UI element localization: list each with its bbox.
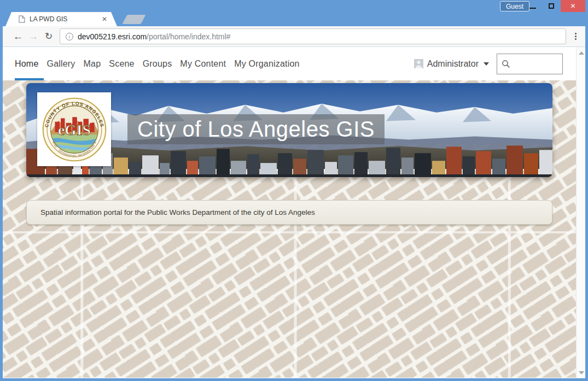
portal-page: Home Gallery Map Scene Groups My Content… [3, 47, 585, 378]
url-host: dev005219.esri.com [78, 32, 147, 41]
scroll-up-button[interactable] [577, 48, 585, 57]
user-menu[interactable]: Administrator [414, 59, 489, 69]
chevron-down-icon [484, 62, 489, 66]
nav-item-groups[interactable]: Groups [143, 59, 172, 69]
close-tab-icon[interactable]: ✕ [102, 16, 107, 22]
minimize-icon [529, 8, 536, 9]
site-info-icon[interactable]: i [66, 33, 73, 40]
nav-item-home[interactable]: Home [15, 59, 38, 69]
minimize-button[interactable] [523, 0, 542, 12]
browser-window: LA PWD GIS ✕ Guest ✕ ← → ↻ i dev005219.e… [0, 0, 588, 381]
banner: eGIS COUNTY OF LOS ANGELES ENTERPRISE · … [26, 83, 552, 177]
page-icon [19, 15, 25, 23]
user-label: Administrator [427, 59, 479, 69]
maximize-button[interactable] [542, 0, 561, 12]
browser-menu-button[interactable] [572, 31, 580, 42]
avatar-icon [414, 59, 423, 68]
browser-toolbar: ← → ↻ i dev005219.esri.com/portal/home/i… [3, 26, 585, 47]
page-scrollbar[interactable] [576, 47, 585, 378]
nav-item-my-organization[interactable]: My Organization [234, 59, 300, 69]
nav-item-my-content[interactable]: My Content [180, 59, 226, 69]
new-tab-button[interactable] [122, 15, 145, 24]
logo-word: eGIS [58, 121, 91, 138]
url-path: /portal/home/index.html# [147, 32, 230, 41]
tagline-text: Spatial information portal for the Publi… [40, 208, 315, 216]
search-input[interactable] [514, 56, 557, 72]
reload-button[interactable]: ↻ [41, 31, 56, 42]
window-controls: ✕ [523, 0, 585, 12]
portal-navbar: Home Gallery Map Scene Groups My Content… [3, 47, 585, 80]
search-box[interactable] [497, 54, 563, 74]
back-button[interactable]: ← [10, 31, 26, 43]
tab-title: LA PWD GIS [30, 15, 102, 23]
nav-item-gallery[interactable]: Gallery [46, 59, 75, 69]
nav-item-map[interactable]: Map [84, 59, 101, 69]
forward-button: → [26, 31, 41, 43]
close-window-button[interactable]: ✕ [561, 0, 585, 12]
scroll-up-icon [579, 51, 584, 55]
nav-item-scene[interactable]: Scene [109, 59, 134, 69]
maximize-icon [549, 3, 554, 9]
address-bar[interactable]: i dev005219.esri.com/portal/home/index.h… [60, 28, 566, 44]
nav-links: Home Gallery Map Scene Groups My Content… [15, 59, 300, 69]
tagline-bar: Spatial information portal for the Publi… [26, 200, 552, 225]
scroll-down-button[interactable] [577, 368, 585, 377]
portal-content: eGIS COUNTY OF LOS ANGELES ENTERPRISE · … [3, 80, 585, 378]
egis-seal: eGIS COUNTY OF LOS ANGELES ENTERPRISE · … [41, 96, 108, 163]
url-text: dev005219.esri.com/portal/home/index.htm… [78, 32, 230, 41]
scroll-down-icon [579, 371, 584, 374]
titlebar: LA PWD GIS ✕ Guest ✕ [0, 0, 588, 26]
search-icon [502, 60, 510, 68]
browser-frame: ← → ↻ i dev005219.esri.com/portal/home/i… [3, 26, 585, 378]
guest-label: Guest [506, 3, 523, 10]
browser-tab[interactable]: LA PWD GIS ✕ [5, 12, 117, 26]
banner-title: City of Los Angeles GIS [127, 114, 385, 144]
egis-logo: eGIS COUNTY OF LOS ANGELES ENTERPRISE · … [37, 92, 111, 166]
